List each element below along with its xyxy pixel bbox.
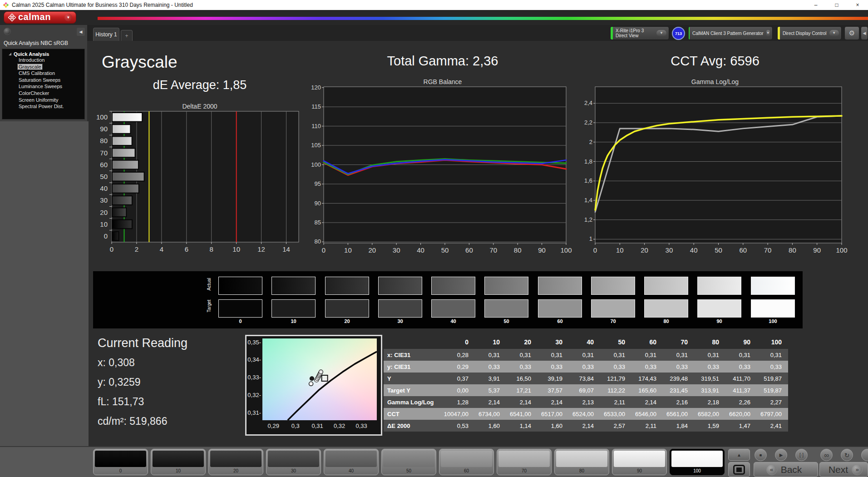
next-button[interactable]: Next » — [819, 462, 868, 477]
sidebar-item-saturation-sweeps[interactable]: Saturation Sweeps — [2, 77, 84, 84]
svg-text:100: 100 — [311, 161, 321, 168]
svg-text:30: 30 — [393, 246, 400, 254]
back-button[interactable]: « Back — [754, 462, 818, 477]
stop-button[interactable]: ■ — [755, 449, 767, 461]
logo-dropdown-icon[interactable]: ▼ — [64, 14, 72, 21]
gear-icon: ⚙ — [849, 29, 855, 37]
sidebar-item-grayscale[interactable]: Grayscale — [2, 64, 84, 71]
add-tab-button[interactable]: + — [121, 30, 133, 41]
svg-text:90: 90 — [538, 246, 546, 254]
pattern-level-button-50[interactable]: 50 — [381, 449, 436, 475]
sidebar-item-screen-uniformity[interactable]: Screen Uniformity — [2, 97, 84, 104]
table-cell: 2,41 — [757, 420, 788, 432]
actual-swatch-90 — [697, 277, 741, 295]
pattern-swatch — [498, 451, 550, 467]
pattern-level-button-30[interactable]: 30 — [266, 449, 321, 475]
table-cell: 0,33 — [631, 361, 663, 373]
table-cell: 37,57 — [538, 384, 569, 396]
pattern-level-button-90[interactable]: 90 — [612, 449, 667, 475]
calman-logo-menu[interactable]: calman ▼ — [4, 11, 76, 24]
table-cell: 5,37 — [475, 384, 506, 396]
sidebar-item-spectral-power-dist-[interactable]: Spectral Power Dist. — [2, 104, 84, 110]
svg-text:2,2: 2,2 — [584, 119, 592, 126]
svg-text:10: 10 — [616, 246, 624, 254]
sidebar-item-cms-calibration[interactable]: CMS Calibration — [2, 70, 84, 77]
svg-text:0: 0 — [104, 232, 108, 240]
pattern-level-button-10[interactable]: 10 — [151, 449, 206, 475]
pattern-level-button-40[interactable]: 40 — [324, 449, 379, 475]
sidebar-item-luminance-sweeps[interactable]: Luminance Sweeps — [2, 84, 84, 90]
pattern-level-button-20[interactable]: 20 — [208, 449, 263, 475]
pattern-level-button-60[interactable]: 60 — [439, 449, 494, 475]
target-swatch-80 — [644, 299, 688, 318]
sidebar-dot-button[interactable] — [4, 28, 11, 35]
sidebar-item-colorchecker[interactable]: ColorChecker — [2, 90, 84, 97]
cie-chart: 0,35-0,34-0,33-0,32-0,31-0,290,30,310,32… — [245, 335, 382, 436]
table-cell: 2,26 — [725, 396, 757, 408]
svg-text:10: 10 — [232, 245, 240, 253]
actual-swatch-30 — [378, 277, 422, 295]
table-row-label: y: CIE31 — [384, 361, 444, 373]
svg-text:80: 80 — [514, 246, 522, 254]
svg-text:1,4: 1,4 — [584, 197, 592, 204]
table-row-label: x: CIE31 — [384, 349, 444, 361]
svg-text:30: 30 — [100, 196, 108, 204]
tab-history-1[interactable]: History 1 — [93, 28, 119, 41]
close-button[interactable]: × — [847, 0, 868, 10]
current-reading-title: Current Reading — [98, 336, 187, 350]
table-row-label: Y — [384, 373, 444, 384]
svg-text:0: 0 — [110, 245, 113, 253]
collapse-panel-button[interactable]: ◀ — [861, 26, 868, 40]
table-cell: 0,31 — [506, 349, 538, 361]
sidebar-item-introduction[interactable]: Introduction — [2, 57, 84, 64]
workflow-sidebar: ◀ Quick Analysis NBC sRGB Quick Analysis… — [0, 25, 87, 121]
meter-dropdown[interactable]: X-Rite i1Pro 3 Direct View ▼ — [610, 26, 669, 40]
minimize-button[interactable]: – — [805, 0, 826, 10]
table-cell: 0,33 — [725, 361, 757, 373]
display-control-dropdown[interactable]: Direct Display Control ▼ — [777, 26, 842, 40]
pattern-level-button-80[interactable]: 80 — [554, 449, 609, 475]
repeat-button[interactable]: ↻ — [841, 449, 853, 461]
stop-pattern-button[interactable] — [728, 462, 750, 477]
target-swatch-60 — [538, 299, 582, 318]
svg-text:105: 105 — [311, 142, 321, 149]
deltae-chart: DeltaE 2000 0246810121401020304050607080… — [93, 103, 306, 256]
svg-text:10: 10 — [100, 220, 108, 228]
pattern-bar: 0102030405060708090100 ▲ ■▶[·]∞↻ « Back … — [0, 446, 868, 477]
svg-text:2: 2 — [589, 139, 592, 145]
strip-level-label: 50 — [484, 318, 528, 324]
step-pattern-button[interactable]: [·] — [795, 449, 808, 461]
table-col-header: 80 — [694, 335, 725, 349]
svg-text:20: 20 — [100, 209, 108, 216]
table-cell: 69,07 — [569, 384, 600, 396]
svg-text:14: 14 — [282, 245, 290, 253]
maximize-button[interactable]: □ — [826, 0, 847, 10]
pattern-level-button-100[interactable]: 100 — [670, 449, 725, 475]
actual-target-strip: Actual Target 0102030405060708090100 — [93, 271, 803, 328]
svg-text:70: 70 — [100, 149, 108, 157]
cie-ytick: 0,32- — [247, 392, 261, 398]
extra-button[interactable] — [861, 449, 868, 461]
play-button[interactable]: ▶ — [775, 449, 787, 461]
meter-badge[interactable]: 713 — [672, 27, 685, 40]
tree-root-quick-analysis[interactable]: Quick Analysis — [2, 50, 84, 57]
pattern-level-button-0[interactable]: 0 — [93, 449, 148, 475]
app-icon — [3, 2, 9, 8]
target-swatch-20 — [325, 299, 369, 318]
settings-gear-button[interactable]: ⚙ — [844, 26, 859, 40]
actual-row-label: Actual — [207, 284, 212, 291]
table-cell: 0,33 — [569, 361, 600, 373]
svg-text:50: 50 — [715, 246, 722, 254]
table-cell: 519,87 — [757, 373, 788, 384]
continuous-button[interactable]: ∞ — [820, 449, 833, 461]
svg-text:12: 12 — [257, 245, 265, 253]
table-cell: 2,18 — [694, 396, 725, 408]
pattern-generator-dropdown[interactable]: CalMAN Client 3 Pattern Generator ▼ — [688, 26, 773, 40]
calman-window: Calman 2025 Calman Ultimate for Business… — [0, 0, 868, 477]
table-col-header: 40 — [569, 335, 600, 349]
sidebar-collapse-button[interactable]: ◀ — [77, 28, 85, 36]
svg-text:40: 40 — [100, 184, 108, 192]
pattern-level-button-70[interactable]: 70 — [497, 449, 552, 475]
pattern-scroll-up-button[interactable]: ▲ — [728, 449, 750, 461]
deltae-chart-plot: 024681012140102030405060708090100 — [93, 110, 306, 256]
